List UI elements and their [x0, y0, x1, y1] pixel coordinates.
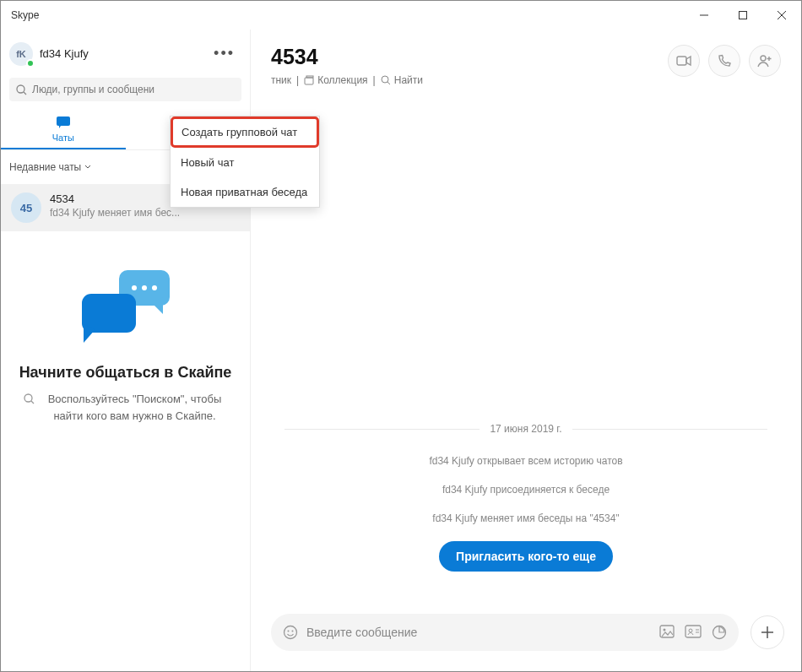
tab-chats[interactable]: Чаты: [1, 108, 126, 149]
chat-item-preview: fd34 Kjufy меняет имя бес...: [50, 207, 240, 219]
svg-point-8: [24, 394, 32, 402]
svg-point-5: [142, 285, 147, 290]
system-message: fd34 Kjufy меняет имя беседы на "4534": [284, 512, 767, 524]
chat-meta: тник | Коллекция | Найти: [271, 74, 668, 86]
add-button[interactable]: [751, 615, 784, 649]
svg-rect-12: [677, 57, 686, 65]
chat-icon: [55, 115, 72, 130]
header-actions: [668, 45, 781, 77]
svg-point-16: [292, 631, 294, 632]
search-icon: [381, 75, 391, 85]
profile-row: fK fd34 Kjufy •••: [1, 30, 250, 74]
app-window: Skype fK fd34 Kjufy ••• Люди, группы и с…: [0, 0, 802, 672]
search-icon: [16, 84, 27, 95]
meta-participants[interactable]: тник: [271, 74, 291, 86]
add-people-button[interactable]: [749, 45, 781, 77]
avatar-initials: fK: [16, 49, 26, 59]
video-icon: [676, 55, 691, 67]
meta-find[interactable]: Найти: [381, 74, 423, 86]
svg-rect-19: [685, 626, 701, 637]
svg-rect-0: [740, 12, 747, 19]
window-controls: [685, 1, 801, 30]
avatar[interactable]: fK: [9, 42, 33, 66]
svg-point-15: [288, 631, 290, 632]
svg-point-14: [284, 626, 297, 639]
svg-point-6: [152, 285, 157, 290]
search-row: Люди, группы и сообщени: [1, 74, 250, 108]
chevron-down-icon: [84, 164, 91, 171]
contact-card-icon[interactable]: [685, 625, 702, 638]
svg-point-11: [382, 76, 388, 83]
app-body: fK fd34 Kjufy ••• Люди, группы и сообщен…: [1, 30, 801, 671]
sidebar: fK fd34 Kjufy ••• Люди, группы и сообщен…: [1, 30, 251, 671]
video-call-button[interactable]: [668, 45, 700, 77]
gallery-icon: [304, 75, 314, 85]
svg-point-13: [761, 56, 766, 61]
svg-rect-9: [305, 78, 313, 84]
system-message: fd34 Kjufy открывает всем историю чатов: [284, 455, 767, 467]
main-panel: 4534 тник | Коллекция | Найти: [251, 30, 801, 671]
search-placeholder: Люди, группы и сообщени: [32, 84, 154, 95]
titlebar: Skype: [1, 1, 801, 30]
svg-point-1: [17, 85, 24, 93]
window-title: Skype: [11, 9, 39, 21]
invite-button[interactable]: Пригласить кого-то еще: [439, 541, 613, 572]
empty-icon: [67, 265, 185, 350]
meta-collection[interactable]: Коллекция: [304, 74, 367, 86]
empty-state: Начните общаться в Скайпе Воспользуйтесь…: [1, 231, 250, 671]
profile-name[interactable]: fd34 Kjufy: [40, 47, 200, 60]
system-message: fd34 Kjufy присоединяется к беседе: [284, 484, 767, 496]
tab-chats-label: Чаты: [52, 133, 74, 143]
chat-avatar: 45: [11, 192, 41, 223]
date-label: 17 июня 2019 г.: [490, 423, 561, 435]
chat-header: 4534 тник | Коллекция | Найти: [251, 30, 801, 93]
close-button[interactable]: [762, 1, 801, 30]
plus-icon: [761, 626, 773, 638]
svg-point-18: [664, 629, 666, 631]
dropdown-new-chat[interactable]: Новый чат: [171, 148, 319, 177]
search-icon: [24, 393, 35, 405]
more-button[interactable]: •••: [207, 41, 241, 66]
chat-title: 4534: [271, 45, 668, 69]
dropdown-private[interactable]: Новая приватная беседа: [171, 177, 319, 207]
svg-rect-7: [82, 294, 136, 333]
maximize-button[interactable]: [723, 1, 762, 30]
svg-point-4: [132, 285, 137, 290]
recents-label[interactable]: Недавние чаты: [9, 161, 91, 173]
chat-body: 17 июня 2019 г. fd34 Kjufy открывает все…: [251, 93, 801, 614]
minimize-button[interactable]: [685, 1, 723, 30]
add-user-icon: [757, 54, 772, 68]
voice-call-button[interactable]: [708, 45, 740, 77]
message-input[interactable]: Введите сообщение: [271, 614, 739, 651]
empty-subtitle: Воспользуйтесь "Поиском", чтобы найти ко…: [42, 391, 228, 424]
new-chat-dropdown: Создать групповой чат Новый чат Новая пр…: [170, 116, 320, 208]
chat-item-title: 4534: [50, 192, 74, 205]
phone-icon: [718, 54, 731, 68]
empty-title: Начните общаться в Скайпе: [19, 363, 232, 382]
status-dot: [26, 59, 35, 68]
svg-rect-10: [306, 76, 313, 78]
dropdown-create-group[interactable]: Создать групповой чат: [171, 117, 319, 148]
image-icon[interactable]: [659, 625, 675, 638]
svg-rect-2: [57, 117, 70, 126]
emoji-icon[interactable]: [283, 625, 298, 640]
composer-row: Введите сообщение: [251, 614, 801, 671]
poll-icon[interactable]: [712, 625, 727, 640]
composer-placeholder: Введите сообщение: [306, 626, 417, 639]
date-divider: 17 июня 2019 г.: [284, 423, 767, 435]
svg-point-20: [689, 629, 692, 632]
search-input[interactable]: Люди, группы и сообщени: [9, 78, 241, 101]
